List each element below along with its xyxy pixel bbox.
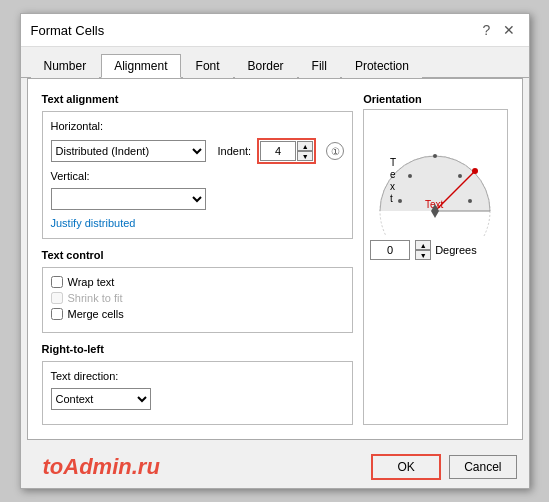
- right-to-left-section: Right-to-left Text direction: Context Le…: [42, 343, 354, 425]
- tab-font[interactable]: Font: [183, 54, 233, 78]
- svg-text:T: T: [390, 157, 396, 168]
- right-panel: Orientation: [363, 93, 507, 425]
- ok-button[interactable]: OK: [371, 454, 441, 480]
- merge-cells-label: Merge cells: [68, 308, 124, 320]
- svg-point-5: [408, 174, 412, 178]
- horizontal-row: Horizontal:: [51, 120, 345, 132]
- degrees-input[interactable]: [370, 240, 410, 260]
- shrink-to-fit-label: Shrink to fit: [68, 292, 123, 304]
- indent-label: Indent:: [218, 145, 252, 157]
- text-direction-label: Text direction:: [51, 370, 131, 382]
- vertical-row: Vertical:: [51, 170, 345, 182]
- svg-text:t: t: [390, 193, 393, 204]
- title-bar: Format Cells ? ✕: [21, 14, 529, 47]
- degrees-label: Degrees: [435, 244, 477, 256]
- format-cells-dialog: Format Cells ? ✕ Number Alignment Font B…: [20, 13, 530, 489]
- merge-cells-checkbox[interactable]: [51, 308, 63, 320]
- degrees-down-button[interactable]: ▼: [415, 250, 431, 260]
- indent-box: ▲ ▼: [257, 138, 316, 164]
- text-control-label: Text control: [42, 249, 354, 261]
- text-direction-row: Text direction:: [51, 370, 345, 382]
- tab-border[interactable]: Border: [235, 54, 297, 78]
- justify-distributed-row: Justify distributed: [51, 216, 345, 230]
- right-to-left-label: Right-to-left: [42, 343, 354, 355]
- tab-alignment[interactable]: Alignment: [101, 54, 180, 78]
- svg-text:x: x: [390, 181, 395, 192]
- bottom-bar: toAdmin.ru OK Cancel: [21, 446, 529, 488]
- indent-down-button[interactable]: ▼: [297, 151, 313, 161]
- orientation-box: T e x t Text ▲ ▼: [363, 109, 507, 425]
- indent-spinner: ▲ ▼: [297, 141, 313, 161]
- text-direction-select[interactable]: Context Left-to-Right Right-to-Left: [51, 388, 151, 410]
- svg-point-3: [472, 168, 478, 174]
- text-alignment-label: Text alignment: [42, 93, 354, 105]
- indent-up-button[interactable]: ▲: [297, 141, 313, 151]
- svg-point-7: [398, 199, 402, 203]
- tab-protection[interactable]: Protection: [342, 54, 422, 78]
- degrees-up-button[interactable]: ▲: [415, 240, 431, 250]
- shrink-to-fit-checkbox[interactable]: [51, 292, 63, 304]
- text-alignment-box: Horizontal: Distributed (Indent) General…: [42, 111, 354, 239]
- text-control-section: Text control Wrap text Shrink to fit: [42, 249, 354, 333]
- svg-point-6: [458, 174, 462, 178]
- svg-point-8: [468, 199, 472, 203]
- left-panel: Text alignment Horizontal: Distributed (…: [42, 93, 354, 425]
- vertical-label: Vertical:: [51, 170, 111, 182]
- horizontal-select[interactable]: Distributed (Indent) General Left (Inden…: [51, 140, 206, 162]
- main-area: Text alignment Horizontal: Distributed (…: [42, 93, 508, 425]
- svg-point-4: [433, 154, 437, 158]
- cancel-button[interactable]: Cancel: [449, 455, 516, 479]
- wrap-text-label: Wrap text: [68, 276, 115, 288]
- text-alignment-section: Text alignment Horizontal: Distributed (…: [42, 93, 354, 239]
- horizontal-label: Horizontal:: [51, 120, 111, 132]
- tab-number[interactable]: Number: [31, 54, 100, 78]
- degrees-spinner: ▲ ▼: [415, 240, 431, 260]
- merge-cells-row: Merge cells: [51, 308, 345, 320]
- help-button[interactable]: ?: [477, 20, 497, 40]
- shrink-to-fit-row: Shrink to fit: [51, 292, 345, 304]
- wrap-text-checkbox[interactable]: [51, 276, 63, 288]
- orientation-bottom: ▲ ▼ Degrees: [370, 240, 500, 260]
- right-to-left-box: Text direction: Context Left-to-Right Ri…: [42, 361, 354, 425]
- dialog-title: Format Cells: [31, 23, 105, 38]
- orientation-diagram: T e x t Text: [370, 116, 500, 236]
- justify-distributed-link[interactable]: Justify distributed: [51, 217, 136, 229]
- tab-fill[interactable]: Fill: [299, 54, 340, 78]
- vertical-select[interactable]: Top Center Bottom Justify Distributed: [51, 188, 206, 210]
- wrap-text-row: Wrap text: [51, 276, 345, 288]
- vertical-control-row: Top Center Bottom Justify Distributed: [51, 188, 345, 210]
- horizontal-control-row: Distributed (Indent) General Left (Inden…: [51, 138, 345, 164]
- text-control-box: Wrap text Shrink to fit Merge cells: [42, 267, 354, 333]
- indent-input[interactable]: [260, 141, 296, 161]
- watermark: toAdmin.ru: [33, 454, 364, 480]
- close-button[interactable]: ✕: [499, 20, 519, 40]
- title-bar-controls: ? ✕: [477, 20, 519, 40]
- svg-text:e: e: [390, 169, 396, 180]
- tabs-bar: Number Alignment Font Border Fill Protec…: [21, 47, 529, 78]
- tab-content: Text alignment Horizontal: Distributed (…: [27, 78, 523, 440]
- text-direction-control-row: Context Left-to-Right Right-to-Left: [51, 388, 345, 410]
- orientation-title: Orientation: [363, 93, 507, 105]
- info-icon: ①: [326, 142, 344, 160]
